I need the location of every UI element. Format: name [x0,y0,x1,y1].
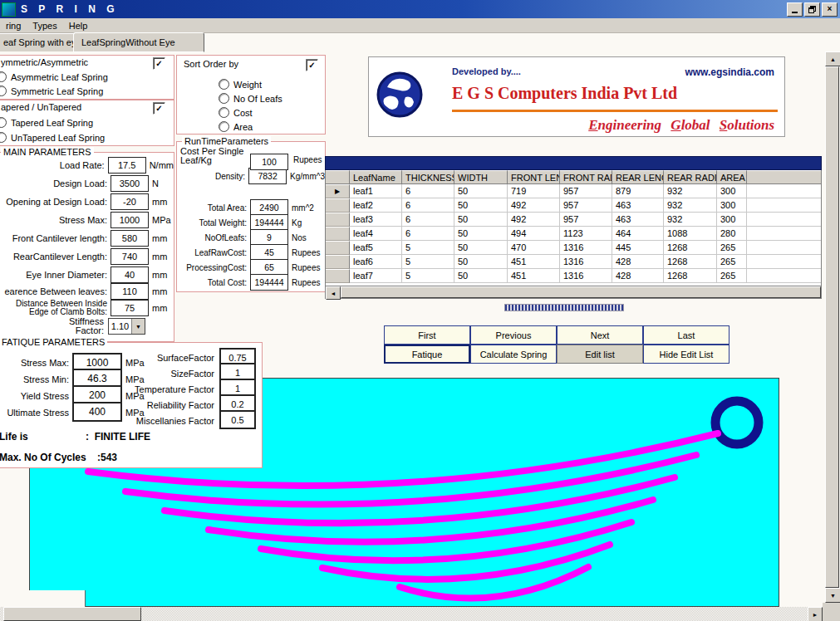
grid-cell[interactable]: 1268 [664,269,717,283]
grid-cell[interactable]: 300 [717,184,747,198]
row-selector[interactable] [326,198,350,213]
grid-cell[interactable]: 932 [664,213,717,227]
vertical-scrollbar[interactable]: ▲ ▼ [825,51,839,603]
radio-button[interactable] [219,121,229,132]
grid-cell[interactable]: 1268 [664,241,717,255]
row-selector[interactable] [326,269,350,283]
eye-diameter-field[interactable]: 40 [111,266,149,283]
up-arrow-icon[interactable]: ▲ [825,51,840,66]
stiffness-factor-dropdown[interactable]: 1.10 ▼ [108,318,145,335]
column-header[interactable]: REAR RADIU [664,170,717,184]
grid-cell[interactable]: 464 [612,227,664,241]
radio-button[interactable] [0,71,7,82]
grid-cell[interactable]: 1316 [560,269,612,283]
grid-cell[interactable]: 300 [717,198,747,213]
grid-cell[interactable]: 1123 [560,227,612,241]
row-selector[interactable] [326,255,350,269]
radio-button[interactable] [0,132,7,143]
grid-cell[interactable]: leaf4 [350,227,402,241]
grid-cell[interactable]: 445 [612,241,664,255]
next-button[interactable]: Next [557,325,643,345]
horizontal-scrollbar[interactable]: ► [0,607,823,621]
tab-leaf-spring-without-eye[interactable]: LeafSpringWithout Eye [73,32,204,52]
row-selector[interactable] [326,241,350,255]
load-rate-field[interactable]: 17.5 [108,157,146,174]
design-load-field[interactable]: 3500 [111,175,149,192]
grid-cell[interactable]: 6 [402,198,454,213]
grid-cell[interactable]: 265 [717,255,747,269]
table-row[interactable]: leaf3650492957463932300 [326,213,821,227]
rear-cantilever-field[interactable]: 740 [111,248,149,265]
radio-button[interactable] [219,79,229,90]
menu-item-help[interactable]: Help [63,18,94,32]
radio-button[interactable] [219,107,229,118]
grid-cell[interactable]: 879 [612,184,664,198]
processing-cost-field[interactable]: 65 [250,259,288,276]
grid-cell[interactable]: 1316 [560,255,612,269]
first-button[interactable]: First [384,325,470,345]
opening-field[interactable]: -20 [111,193,149,210]
cost-per-leaf-field[interactable]: 100 [250,154,288,170]
leaf-raw-cost-field[interactable]: 45 [250,244,288,261]
grid-cell[interactable]: 428 [612,269,664,283]
grid-cell[interactable]: leaf7 [350,269,402,283]
no-of-leafs-field[interactable]: 9 [250,229,288,246]
grid-cell[interactable]: 451 [508,255,560,269]
right-arrow-icon[interactable]: ► [808,607,823,621]
grid-cell[interactable]: 463 [612,198,664,213]
chevron-down-icon[interactable]: ▼ [131,319,145,334]
grid-cell[interactable]: 5 [402,269,454,283]
clamp-distance-field[interactable]: 75 [111,300,149,316]
grid-cell[interactable]: 957 [560,184,612,198]
column-header[interactable]: AREA [717,170,747,184]
grid-cell[interactable]: 265 [717,241,747,255]
grid-cell[interactable]: leaf1 [350,184,402,198]
column-header[interactable]: FRONT LEN [508,170,560,184]
total-cost-field[interactable]: 194444 [250,274,288,291]
grid-cell[interactable]: 451 [508,269,560,283]
density-field[interactable]: 7832 [248,168,287,184]
total-area-field[interactable]: 2490 [250,199,288,216]
restore-button[interactable] [804,2,820,17]
grid-cell[interactable]: 470 [508,241,560,255]
front-cantilever-field[interactable]: 580 [111,230,149,247]
grid-cell[interactable]: 50 [454,255,508,269]
column-header[interactable]: THICKNESS [402,170,454,184]
column-header[interactable]: WIDTH [454,170,508,184]
website-link[interactable]: www.egsindia.com [685,66,774,78]
grid-cell[interactable]: 50 [454,241,508,255]
grid-cell[interactable]: 6 [402,213,454,227]
menu-item-spring[interactable]: ring [0,18,27,32]
grid-cell[interactable]: 1316 [560,241,612,255]
grid-cell[interactable]: leaf2 [350,198,402,213]
table-row[interactable]: leaf465049411234641088280 [326,227,821,241]
grid-cell[interactable]: 6 [402,184,454,198]
stress-max-field[interactable]: 1000 [111,212,149,228]
scrollbar-thumb[interactable] [825,66,839,588]
grid-cell[interactable]: 6 [402,227,454,241]
grid-cell[interactable]: 932 [664,198,717,213]
grid-cell[interactable]: 265 [717,269,747,283]
grid-cell[interactable]: 300 [717,213,747,227]
grid-cell[interactable]: 932 [664,184,717,198]
row-selector[interactable] [326,227,350,241]
fatique-button[interactable]: Fatique [384,345,470,364]
grid-cell[interactable]: 5 [402,255,454,269]
table-row[interactable]: leaf755045113164281268265 [326,269,821,283]
sort-checkbox[interactable]: ✓ [306,59,318,71]
scrollbar-thumb[interactable] [341,286,821,298]
grid-cell[interactable]: 494 [508,227,560,241]
down-arrow-icon[interactable]: ▼ [825,588,840,603]
radio-button[interactable] [0,86,7,96]
grid-cell[interactable]: 280 [717,227,747,241]
grid-cell[interactable]: 50 [454,198,508,213]
total-weight-field[interactable]: 194444 [250,214,288,231]
grid-cell[interactable]: 5 [402,241,454,255]
miscellanies-factor-field[interactable]: 0.5 [219,410,256,429]
previous-button[interactable]: Previous [470,325,557,345]
left-arrow-icon[interactable]: ◄ [326,286,341,300]
grid-cell[interactable]: 492 [508,198,560,213]
column-header[interactable]: FRONT RADI [560,170,612,184]
radio-button[interactable] [219,93,229,104]
minimize-button[interactable] [787,2,803,17]
